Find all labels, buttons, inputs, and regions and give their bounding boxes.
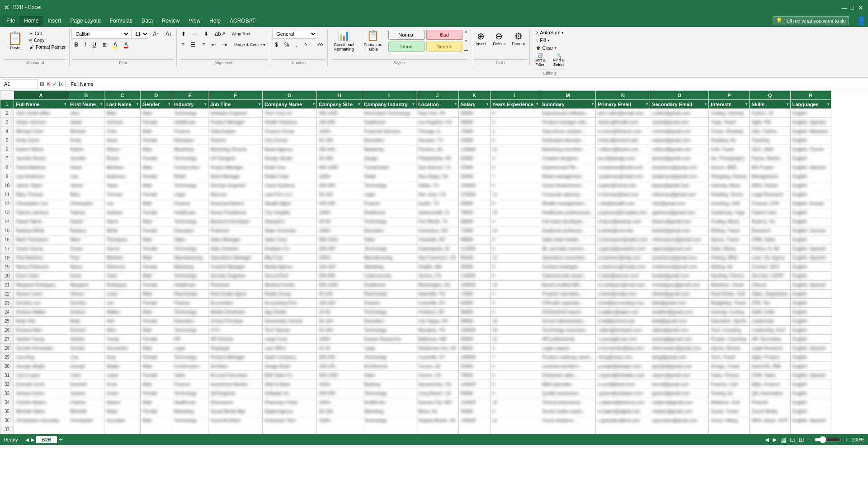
cell-r7-c1[interactable]: Jennifer [68,154,104,163]
cell-r32-c6[interactable]: Wall St Bank [263,380,317,389]
wrap-text-button[interactable]: Wrap Text [229,29,253,39]
col-header-F[interactable]: F [208,91,263,100]
cell-r37-c7[interactable] [317,425,362,434]
cell-r31-c16[interactable]: CRM, Sales [750,371,790,380]
cell-r32-c10[interactable]: 145000 [458,380,490,389]
cell-r8-c10[interactable]: 91000 [458,163,490,172]
cell-r8-c6[interactable]: Build Corp [263,163,317,172]
cell-r36-c16[interactable]: AWS, Azure, GCP [750,416,790,425]
cell-r18-c2[interactable]: Martinez [104,253,141,263]
cell-r3-c7[interactable]: 100-500 [317,118,362,127]
cell-r21-c9[interactable]: Washington, DC [416,281,459,290]
cell-r17-c1[interactable]: Susan [68,244,104,253]
cell-r32-c17[interactable]: English [790,380,831,389]
cell-r32-c0[interactable]: Kenneth Scott [14,380,68,389]
cell-r12-c6[interactable]: Wealth Mgmt [263,199,317,208]
cell-r31-c0[interactable]: Carol Lopez [14,371,68,380]
cell-r29-c4[interactable]: Technology [172,353,208,362]
cell-r25-c11[interactable]: 18 [490,317,540,326]
cell-r32-c5[interactable]: Investment Banker [208,380,263,389]
cell-r31-c4[interactable]: Sales [172,371,208,380]
font-size-select[interactable]: 11 [131,29,149,39]
cell-r35-c5[interactable]: Social Media Mgr [208,407,263,416]
cell-r22-c8[interactable]: Real Estate [362,290,416,299]
cell-r5-c4[interactable]: Education [172,136,208,145]
cell-r32-c7[interactable]: 1000+ [317,380,362,389]
cell-r9-c4[interactable]: Retail [172,172,208,181]
col-header-H[interactable]: H [317,91,362,100]
header-cell-interests[interactable]: Interests ▾ [709,100,750,109]
cell-r12-c8[interactable]: Finance [362,199,416,208]
cell-r8-c4[interactable]: Construction [172,163,208,172]
cell-r33-c13[interactable]: j.green@software.com [596,389,650,398]
filter-icon-K[interactable]: ▾ [486,102,488,106]
cell-r2-c1[interactable]: John [68,109,104,118]
cell-r35-c15[interactable]: Social, Travel [709,407,750,416]
cell-r18-c3[interactable]: Male [141,253,172,263]
cell-r27-c12[interactable]: HR professional... [540,335,596,344]
cell-r8-c7[interactable]: 500-1000 [317,163,362,172]
filter-icon-P[interactable]: ▾ [745,102,747,106]
cell-r7-c4[interactable]: Technology [172,154,208,163]
filter-icon-J[interactable]: ▾ [455,102,457,106]
cell-r11-c12[interactable]: Corporate attorney... [540,190,596,199]
cell-r30-c3[interactable]: Male [141,362,172,371]
cell-r26-c15[interactable]: Tech, Investing [709,326,750,335]
filter-icon-O[interactable]: ▾ [705,102,707,106]
cell-r35-c7[interactable]: 50-100 [317,407,362,416]
cell-r35-c13[interactable]: m.baker@digital.com [596,407,650,416]
cell-r36-c11[interactable]: 12 [490,416,540,425]
cell-r31-c2[interactable]: Lopez [104,371,141,380]
cell-r30-c4[interactable]: Construction [172,362,208,371]
copy-button[interactable]: ⎘ Copy [28,38,67,43]
cell-r4-c11[interactable]: 3 [490,127,540,136]
cell-r13-c5[interactable]: Nurse Practitioner [208,208,263,217]
cell-r37-c13[interactable] [596,425,650,434]
cell-r30-c15[interactable]: Design, Travel [709,362,750,371]
cell-r5-c0[interactable]: Emily Davis [14,136,68,145]
cell-r28-c13[interactable]: d.hernandez@law.com [596,344,650,353]
insert-function-icon[interactable]: fx [59,81,63,87]
cell-r26-c8[interactable]: Technology [362,326,416,335]
cell-r15-c7[interactable]: 1000+ [317,226,362,235]
cell-r29-c3[interactable]: Female [141,353,172,362]
cell-r16-c13[interactable]: m.thompson@sales.com [596,235,650,244]
cell-r30-c9[interactable]: Tucson, AZ [416,362,459,371]
cell-r30-c2[interactable]: Wright [104,362,141,371]
cell-r35-c17[interactable]: English [790,407,831,416]
cell-r22-c14[interactable]: slewis@gmail.com [650,290,709,299]
cell-r8-c17[interactable]: English, Spanish [790,163,831,172]
cell-r28-c11[interactable]: 3 [490,344,540,353]
cell-r32-c9[interactable]: Sacramento, CA [416,380,459,389]
cell-r5-c7[interactable]: 50-100 [317,136,362,145]
cell-r18-c17[interactable]: English, Spanish [790,253,831,263]
cell-r28-c1[interactable]: Donald [68,344,104,353]
conditional-formatting-button[interactable]: 📊 ConditionalFormatting [330,29,358,52]
zoom-out-button[interactable]: − [808,437,811,442]
cell-r11-c6[interactable]: Law Firm LLC [263,190,317,199]
cell-r34-c0[interactable]: Charles Adams [14,398,68,407]
header-cell-industry[interactable]: Industry ▾ [172,100,208,109]
cell-r37-c11[interactable] [490,425,540,434]
cell-r24-c16[interactable]: Swift, Kotlin [750,308,790,317]
cell-r33-c12[interactable]: Quality assurance... [540,389,596,398]
cell-r3-c4[interactable]: Healthcare [172,118,208,127]
cell-r27-c15[interactable]: People, Coaching [709,335,750,344]
cell-r15-c1[interactable]: Barbara [68,226,104,235]
cell-r5-c9[interactable]: Houston, TX [416,136,459,145]
cell-r11-c4[interactable]: Legal [172,190,208,199]
cell-r18-c15[interactable]: Fishing, BBQ [709,253,750,263]
cell-r4-c9[interactable]: Chicago, IL [416,127,459,136]
format-button[interactable]: ⚙ Format [509,29,528,48]
cell-r19-c4[interactable]: Marketing [172,263,208,272]
cell-r31-c5[interactable]: Account Executive [208,371,263,380]
scroll-right-icon[interactable]: ▶ [31,437,34,443]
cell-r21-c15[interactable]: Medicine, Travel [709,281,750,290]
paste-button[interactable]: 📋 Paste [4,29,27,52]
cell-r33-c17[interactable]: English [790,389,831,398]
cell-r34-c15[interactable]: Medicine, Golf [709,398,750,407]
cut-button[interactable]: ✂ Cut [28,31,67,37]
cell-r29-c5[interactable]: Product Manager [208,353,263,362]
cell-r15-c8[interactable]: Education [362,226,416,235]
cell-r29-c13[interactable]: l.king@saas.com [596,353,650,362]
